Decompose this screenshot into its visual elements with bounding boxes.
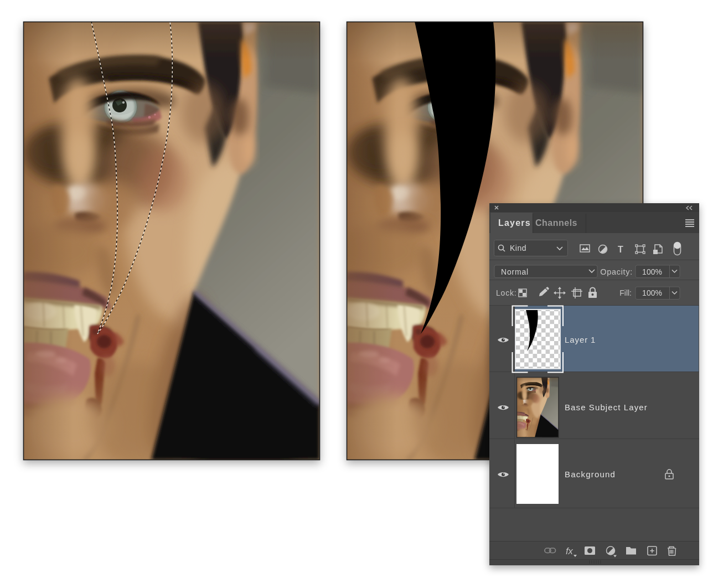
svg-text:Layers: Layers bbox=[498, 218, 531, 228]
svg-text:Normal: Normal bbox=[501, 267, 529, 276]
svg-text:Fill:: Fill: bbox=[619, 288, 632, 297]
svg-text:Base Subject Layer: Base Subject Layer bbox=[565, 403, 648, 412]
svg-text:Background: Background bbox=[565, 470, 616, 479]
svg-text:T: T bbox=[618, 245, 623, 254]
svg-text:100%: 100% bbox=[642, 288, 662, 297]
svg-text:Lock:: Lock: bbox=[496, 288, 516, 297]
svg-text:Kind: Kind bbox=[510, 244, 526, 252]
svg-text:Channels: Channels bbox=[535, 218, 577, 228]
svg-text:fx: fx bbox=[566, 546, 574, 556]
svg-text:Opacity:: Opacity: bbox=[600, 267, 633, 276]
svg-text:Layer 1: Layer 1 bbox=[565, 335, 596, 344]
svg-text:100%: 100% bbox=[642, 267, 662, 276]
